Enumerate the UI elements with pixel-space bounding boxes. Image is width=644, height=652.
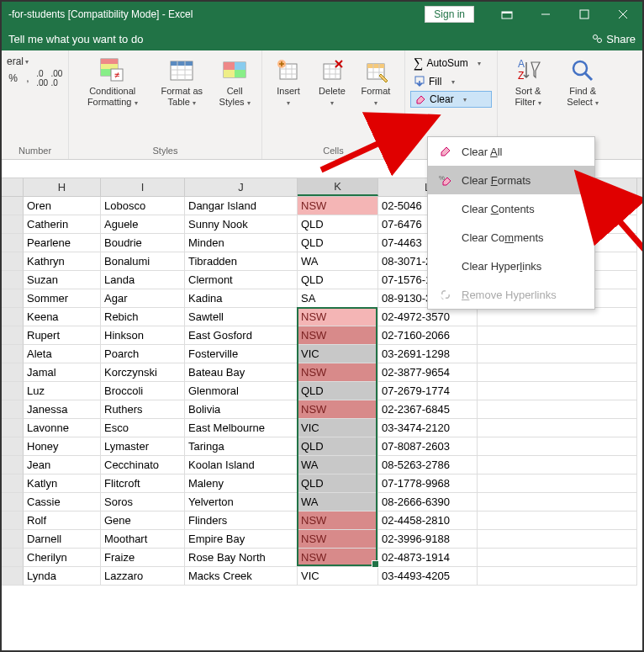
cell[interactable]: NSW xyxy=(298,197,378,215)
cell[interactable]: Rose Bay North xyxy=(185,549,298,567)
cell[interactable]: Yelverton xyxy=(185,493,298,512)
cell[interactable]: NSW xyxy=(298,308,378,326)
decrease-decimal-icon[interactable]: .00.0 xyxy=(50,69,63,87)
cell[interactable]: Taringa xyxy=(185,437,298,456)
cell[interactable]: Landa xyxy=(101,271,185,289)
cell[interactable] xyxy=(478,437,637,456)
comma-icon[interactable]: , xyxy=(21,69,34,87)
cell[interactable]: WA xyxy=(298,493,378,512)
cell[interactable]: Cecchinato xyxy=(101,456,185,474)
cell[interactable]: Suzan xyxy=(24,271,101,289)
cell[interactable]: WA xyxy=(298,252,378,271)
cell[interactable]: Tibradden xyxy=(185,252,298,271)
cell[interactable]: 07-8087-2603 xyxy=(378,437,478,456)
cell[interactable]: Macks Creek xyxy=(185,567,298,586)
row-header[interactable] xyxy=(2,289,24,308)
cell[interactable]: VIC xyxy=(298,345,378,363)
row-header[interactable] xyxy=(2,308,24,326)
cell[interactable]: NSW xyxy=(298,549,378,567)
cell[interactable]: Glenmoral xyxy=(185,382,298,400)
cell[interactable]: 03-4493-4205 xyxy=(378,567,478,586)
share-button[interactable]: Share xyxy=(591,33,636,45)
cell[interactable]: Poarch xyxy=(101,345,185,363)
cell[interactable]: Agar xyxy=(101,289,185,308)
cell[interactable] xyxy=(478,363,637,382)
cell[interactable]: 02-2367-6845 xyxy=(378,400,478,419)
cell[interactable]: QLD xyxy=(298,215,378,234)
conditional-formatting-button[interactable]: ≠ Conditional Formatting ▾ xyxy=(74,54,150,111)
row-header[interactable] xyxy=(2,530,24,549)
cell[interactable]: 08-2666-6390 xyxy=(378,493,478,512)
cell[interactable]: Cassie xyxy=(24,493,101,512)
delete-button[interactable]: Delete▾ xyxy=(311,54,353,111)
cell[interactable] xyxy=(478,345,637,363)
number-format-dropdown[interactable]: eral▾ xyxy=(7,56,63,67)
cell[interactable] xyxy=(478,326,637,345)
cell[interactable]: 02-4458-2810 xyxy=(378,512,478,530)
format-button[interactable]: Format▾ xyxy=(355,54,397,111)
tellme-text[interactable]: Tell me what you want to do xyxy=(8,33,143,45)
cell[interactable]: Soros xyxy=(101,493,185,512)
cell[interactable]: Luz xyxy=(24,382,101,400)
cell[interactable]: QLD xyxy=(298,234,378,252)
sort-filter-button[interactable]: AZ Sort & Filter ▾ xyxy=(503,54,553,111)
cell[interactable]: SA xyxy=(298,289,378,308)
row-header[interactable] xyxy=(2,234,24,252)
cell[interactable] xyxy=(478,493,637,512)
cell[interactable] xyxy=(478,549,637,567)
cell[interactable]: Kathryn xyxy=(24,252,101,271)
cell[interactable]: Ruthers xyxy=(101,400,185,419)
cell[interactable]: 02-4972-3570 xyxy=(378,308,478,326)
cell[interactable]: Keena xyxy=(24,308,101,326)
cell[interactable]: East Melbourne xyxy=(185,419,298,437)
cell[interactable]: Oren xyxy=(24,197,101,215)
row-header[interactable] xyxy=(2,345,24,363)
clear-contents-item[interactable]: Clear Contents xyxy=(428,194,594,223)
cell[interactable]: NSW xyxy=(298,363,378,382)
cell[interactable]: Bonalumi xyxy=(101,252,185,271)
maximize-icon[interactable] xyxy=(565,2,604,27)
cell[interactable]: Flinders xyxy=(185,512,298,530)
autosum-button[interactable]: ∑ AutoSum ▾ xyxy=(410,54,492,72)
cell[interactable]: Dangar Island xyxy=(185,197,298,215)
cell[interactable]: Korczynski xyxy=(101,363,185,382)
cell[interactable]: Empire Bay xyxy=(185,530,298,549)
cell[interactable] xyxy=(478,419,637,437)
cell[interactable] xyxy=(478,456,637,474)
cell[interactable]: Fraize xyxy=(101,549,185,567)
cell[interactable]: Lobosco xyxy=(101,197,185,215)
row-header[interactable] xyxy=(2,215,24,234)
cell[interactable]: 07-1778-9968 xyxy=(378,474,478,493)
cell[interactable]: Cherilyn xyxy=(24,549,101,567)
cell[interactable]: Lazzaro xyxy=(101,567,185,586)
cell[interactable]: Clermont xyxy=(185,271,298,289)
cell[interactable]: QLD xyxy=(298,437,378,456)
cell[interactable] xyxy=(478,530,637,549)
col-header-H[interactable]: H xyxy=(24,178,101,196)
cell[interactable]: Hinkson xyxy=(101,326,185,345)
row-header[interactable] xyxy=(2,419,24,437)
clear-formats-item[interactable]: % Clear Formats xyxy=(428,166,594,194)
row-header[interactable] xyxy=(2,493,24,512)
row-header[interactable] xyxy=(2,567,24,586)
row-header[interactable] xyxy=(2,197,24,215)
select-all-corner[interactable] xyxy=(2,178,24,196)
row-header[interactable] xyxy=(2,474,24,493)
cell[interactable]: Rolf xyxy=(24,512,101,530)
cell[interactable]: Gene xyxy=(101,512,185,530)
cell[interactable]: Bateau Bay xyxy=(185,363,298,382)
cell[interactable] xyxy=(478,567,637,586)
cell[interactable]: VIC xyxy=(298,567,378,586)
row-header[interactable] xyxy=(2,252,24,271)
cell[interactable]: Lavonne xyxy=(24,419,101,437)
cell[interactable] xyxy=(478,400,637,419)
cell[interactable]: 02-7160-2066 xyxy=(378,326,478,345)
cell[interactable]: WA xyxy=(298,456,378,474)
cell[interactable]: QLD xyxy=(298,474,378,493)
row-header[interactable] xyxy=(2,456,24,474)
cell[interactable]: VIC xyxy=(298,419,378,437)
fill-button[interactable]: Fill ▾ xyxy=(410,74,492,89)
insert-button[interactable]: Insert▾ xyxy=(267,54,309,111)
cell[interactable]: Catherin xyxy=(24,215,101,234)
cell[interactable]: East Gosford xyxy=(185,326,298,345)
